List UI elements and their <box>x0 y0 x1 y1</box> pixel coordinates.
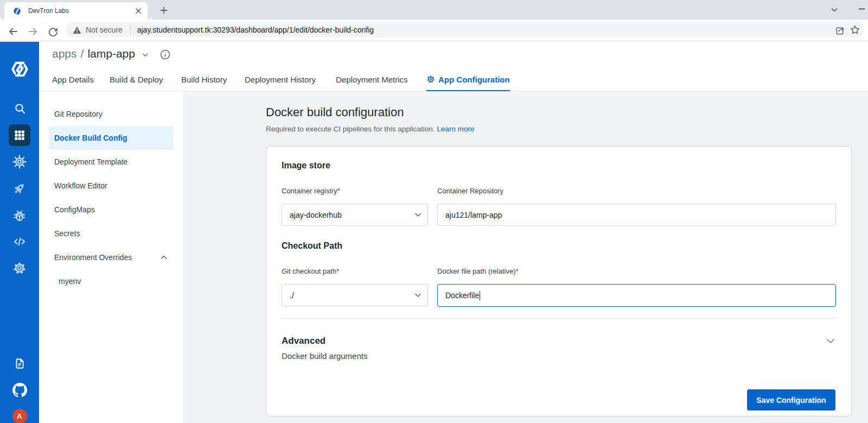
advanced-subtitle: Docker build arguments <box>282 351 825 361</box>
charts-helm-icon[interactable] <box>9 151 30 173</box>
browser-tabstrip: DevTron Labs <box>0 0 868 20</box>
tab-app-configuration[interactable]: App Configuration <box>426 74 510 91</box>
tab-label: App Configuration <box>438 74 510 85</box>
favicon-devtron <box>12 7 22 16</box>
devtron-logo[interactable] <box>10 60 29 79</box>
app-tabs: App Details Build & Deploy Build History… <box>39 74 868 91</box>
tab-search-chevron-icon[interactable] <box>827 2 842 17</box>
not-secure-warning-icon <box>73 26 81 34</box>
dockerfile-path-input[interactable]: Dockerfile <box>437 284 836 307</box>
git-checkout-select[interactable]: ./ <box>282 284 428 306</box>
security-bug-icon[interactable] <box>9 204 30 226</box>
address-bar[interactable]: Not secure ajay.studentsupport.tk:30293/… <box>65 22 864 37</box>
url-text[interactable]: ajay.studentsupport.tk:30293/dashboard/a… <box>137 26 832 34</box>
breadcrumb: apps / lamp-app <box>52 47 170 60</box>
breadcrumb-app-name[interactable]: lamp-app <box>87 47 135 60</box>
app-config-gear-icon <box>426 74 435 84</box>
tab-label: Build & Deploy <box>110 75 163 84</box>
tab-label: Build History <box>181 75 227 84</box>
app-switcher-chevron-icon[interactable] <box>142 51 149 59</box>
container-registry-label: Container registry* <box>282 187 428 195</box>
nav-item-label: ConfigMaps <box>54 205 95 214</box>
text-caret <box>480 291 480 300</box>
select-chevron-icon <box>414 291 422 299</box>
tab-close-icon[interactable] <box>133 6 143 16</box>
nav-item-label: Docker Build Config <box>54 134 127 142</box>
tab-build-deploy[interactable]: Build & Deploy <box>110 74 163 91</box>
back-button[interactable] <box>3 22 22 41</box>
tab-deployment-metrics[interactable]: Deployment Metrics <box>336 74 408 91</box>
global-config-gear-icon[interactable] <box>9 257 30 279</box>
learn-more-link[interactable]: Learn more <box>437 125 474 133</box>
nav-item-label: Git Repository <box>54 110 103 118</box>
config-nav: Git Repository Docker Build Config Deplo… <box>39 92 184 423</box>
tab-deployment-history[interactable]: Deployment History <box>245 74 316 91</box>
checkout-path-heading: Checkout Path <box>282 241 836 251</box>
advanced-chevron-down-icon[interactable] <box>825 336 836 346</box>
new-tab-button[interactable] <box>156 3 171 18</box>
nav-secrets[interactable]: Secrets <box>49 222 174 245</box>
browser-tab[interactable]: DevTron Labs <box>4 2 148 20</box>
nav-item-label: Environment Overrides <box>54 253 132 262</box>
nav-myenv[interactable]: myenv <box>49 269 174 293</box>
page-title: Docker build configuration <box>266 105 404 119</box>
side-rail: A <box>0 42 39 423</box>
nav-item-label: Deployment Template <box>54 157 127 166</box>
browser-toolbar: Not secure ajay.studentsupport.tk:30293/… <box>0 20 868 41</box>
tab-title: DevTron Labs <box>28 7 133 15</box>
tab-build-history[interactable]: Build History <box>181 74 227 91</box>
git-checkout-value: ./ <box>290 291 294 300</box>
app-header: apps / lamp-app App Details Build & Depl… <box>39 42 868 91</box>
tab-label: App Details <box>52 75 94 84</box>
page-subtitle-text: Required to execute CI pipelines for thi… <box>266 125 435 133</box>
container-repository-label: Container Repository <box>437 187 836 195</box>
dockerfile-value: Dockerfile <box>445 291 479 300</box>
docs-icon[interactable] <box>9 352 30 374</box>
breadcrumb-separator: / <box>81 47 84 60</box>
nav-docker-build-config[interactable]: Docker Build Config <box>49 126 174 150</box>
content-area: Docker build configuration Required to e… <box>184 92 868 423</box>
collapse-chevron-up-icon[interactable] <box>159 253 168 262</box>
save-configuration-button[interactable]: Save Configuration <box>747 389 835 411</box>
nav-workflow-editor[interactable]: Workflow Editor <box>49 174 174 198</box>
nav-item-label: Workflow Editor <box>54 181 107 190</box>
deploy-rocket-icon[interactable] <box>9 178 30 199</box>
nav-deployment-template[interactable]: Deployment Template <box>49 150 174 174</box>
git-checkout-label: Git checkout path* <box>282 267 428 275</box>
advanced-section[interactable]: Advanced Docker build arguments <box>282 336 836 361</box>
container-repository-input[interactable]: aju121/lamp-app <box>437 204 836 226</box>
not-secure-label: Not secure <box>86 26 123 34</box>
user-avatar[interactable]: A <box>12 409 27 423</box>
bookmark-star-icon[interactable] <box>847 22 863 37</box>
nav-git-repository[interactable]: Git Repository <box>49 102 174 126</box>
dockerfile-path-label: Docker file path (relative)* <box>437 267 836 275</box>
devtron-app: A apps / lamp-app App Details Build & De… <box>0 42 868 423</box>
tab-app-details[interactable]: App Details <box>52 74 94 91</box>
share-icon[interactable] <box>832 22 847 37</box>
card-divider <box>282 318 836 319</box>
container-registry-select[interactable]: ajay-dockerhub <box>282 204 428 226</box>
urlbar-separator <box>130 26 131 34</box>
nav-configmaps[interactable]: ConfigMaps <box>49 198 174 222</box>
reload-button[interactable] <box>43 22 62 41</box>
tab-label: Deployment Metrics <box>336 75 408 84</box>
container-repository-value: aju121/lamp-app <box>445 211 502 219</box>
github-icon[interactable] <box>9 379 30 401</box>
app-info-icon[interactable] <box>160 49 170 60</box>
advanced-heading: Advanced <box>282 336 825 346</box>
nav-environment-overrides[interactable]: Environment Overrides <box>49 245 174 269</box>
nav-item-label: Secrets <box>54 229 80 238</box>
search-icon[interactable] <box>9 98 30 119</box>
select-chevron-icon <box>414 211 422 219</box>
window-minimize-button[interactable] <box>855 0 868 17</box>
image-store-heading: Image store <box>282 161 836 171</box>
breadcrumb-apps[interactable]: apps <box>52 47 77 60</box>
nav-item-label: myenv <box>59 277 81 286</box>
page-subtitle: Required to execute CI pipelines for thi… <box>266 125 474 133</box>
applications-grid-icon[interactable] <box>9 124 30 146</box>
forward-button[interactable] <box>23 22 42 41</box>
tab-label: Deployment History <box>245 75 316 84</box>
container-registry-value: ajay-dockerhub <box>290 211 342 219</box>
docker-config-card: Image store Container registry* ajay-doc… <box>266 146 852 416</box>
code-icon[interactable] <box>9 231 30 252</box>
